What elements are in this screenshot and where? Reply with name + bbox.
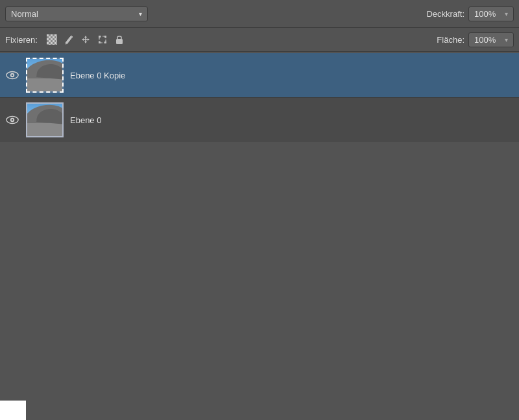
fill-chevron: ▾	[505, 36, 508, 43]
opacity-chevron: ▾	[505, 10, 508, 18]
move-icon	[80, 34, 91, 45]
bottom-area	[0, 237, 519, 420]
blend-mode-chevron: ▾	[139, 10, 142, 18]
thumbnail-base	[27, 123, 62, 136]
thumbnail-image	[27, 59, 62, 91]
eye-icon	[6, 71, 19, 80]
eye-icon	[6, 115, 19, 124]
layer-name: Ebene 0 Kopie	[70, 71, 514, 80]
blend-opacity-row: Normal ▾ Deckkraft: 100% ▾	[0, 0, 519, 27]
layer-thumbnail	[26, 102, 64, 137]
svg-rect-3	[99, 36, 101, 38]
lock-label: Fixieren:	[5, 35, 38, 45]
lock-all-button[interactable]	[113, 33, 126, 46]
blend-mode-dropdown[interactable]: Normal ▾	[5, 6, 148, 21]
white-square	[0, 401, 26, 420]
brush-icon	[64, 34, 74, 45]
fill-dropdown[interactable]: 100% ▾	[468, 32, 514, 47]
lock-artboard-button[interactable]	[96, 33, 109, 46]
svg-rect-6	[104, 41, 106, 43]
checker-icon	[47, 34, 57, 45]
svg-rect-4	[104, 36, 106, 38]
fill-value: 100%	[474, 35, 496, 45]
layer-visibility-toggle[interactable]	[5, 113, 19, 127]
fill-group: Fläche: 100% ▾	[437, 32, 514, 47]
svg-rect-7	[116, 39, 123, 44]
svg-rect-5	[99, 41, 101, 43]
layer-visibility-toggle[interactable]	[5, 68, 19, 82]
lock-icon	[115, 34, 124, 45]
crop-icon	[97, 34, 108, 45]
lock-position-button[interactable]	[79, 33, 92, 46]
layers-panel: Normal ▾ Deckkraft: 100% ▾ Fixieren:	[0, 0, 519, 420]
divider-2	[0, 51, 519, 52]
lock-icons-group	[45, 33, 126, 46]
opacity-group: Deckkraft: 100% ▾	[426, 6, 514, 21]
thumbnail-base	[27, 78, 62, 91]
lock-transparent-pixels-button[interactable]	[45, 33, 58, 46]
layer-name: Ebene 0	[70, 115, 514, 125]
thumbnail-image	[27, 104, 62, 136]
layer-item[interactable]: Ebene 0	[0, 98, 519, 142]
opacity-value: 100%	[474, 9, 496, 19]
lock-fill-row: Fixieren:	[0, 28, 519, 51]
opacity-dropdown[interactable]: 100% ▾	[468, 6, 514, 21]
layer-thumbnail	[26, 58, 64, 93]
layers-list: Ebene 0 Kopie Ebene 0	[0, 53, 519, 237]
opacity-label: Deckkraft:	[426, 9, 465, 19]
svg-point-13	[12, 119, 14, 121]
fill-label: Fläche:	[437, 35, 465, 45]
lock-image-pixels-button[interactable]	[62, 33, 75, 46]
layer-item[interactable]: Ebene 0 Kopie	[0, 53, 519, 97]
blend-mode-value: Normal	[11, 9, 38, 19]
svg-point-10	[12, 75, 14, 76]
